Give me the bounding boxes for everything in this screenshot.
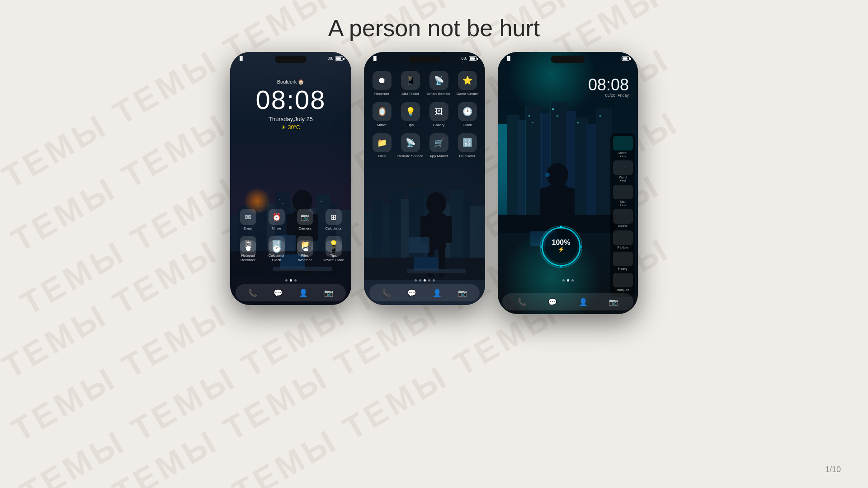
- dot-3: [294, 279, 297, 282]
- lock-clock: Boulderk 🏠 08:08 Thursday,July 25 ☀ 30°C: [230, 79, 351, 131]
- page-dots-1: [230, 279, 351, 282]
- signal-2: ▐▌: [372, 56, 378, 61]
- app-clock-p2[interactable]: 🕐 Clock: [453, 102, 481, 127]
- dock3-contacts-icon[interactable]: 👤: [579, 298, 588, 306]
- deviceclone-icon: 📱: [326, 240, 342, 257]
- phone3-panel: Model ★★★ Word ★★★ Star ★★★ Bubble: [610, 133, 635, 297]
- mirror-icon: ⏰: [269, 209, 285, 225]
- word-thumb: [613, 160, 633, 175]
- lock-date: Thursday,July 25: [230, 116, 351, 122]
- dot2-3: [424, 279, 426, 282]
- bubble-label: Bubble: [618, 225, 628, 228]
- heavy-thumb: [613, 252, 633, 266]
- lock-weather: ☀ 30°C: [230, 124, 351, 131]
- svg-rect-65: [528, 115, 530, 117]
- app-recorder-p2[interactable]: ⏺ Recorder: [368, 71, 396, 96]
- app-mirror-p2[interactable]: 🪞 Mirror: [368, 102, 396, 127]
- dot2-1: [415, 279, 417, 282]
- app-gamecenter[interactable]: ⭐ Game Center: [453, 71, 481, 96]
- svg-point-87: [580, 246, 582, 248]
- svg-point-42: [426, 192, 446, 215]
- bottom-app-row: ⏺ Recorder 🕐 Clock 🌤 Weather 📱 Device Cl…: [230, 240, 351, 262]
- star-thumb: [613, 185, 633, 199]
- phone-1-screen: ▐▌ 08. Boulderk 🏠 08:08 Thursday,July 25…: [230, 52, 351, 305]
- word-label: Word: [619, 176, 627, 179]
- remoteservice-icon: 📡: [401, 133, 420, 152]
- dock3-messages-icon[interactable]: 💬: [548, 298, 557, 306]
- dock2-phone-icon[interactable]: 📞: [382, 289, 391, 297]
- app-deviceclone[interactable]: 📱 Device Clone: [320, 240, 347, 262]
- recorder-icon-p2: ⏺: [373, 71, 392, 90]
- panel-marquee[interactable]: Marquee: [612, 273, 633, 291]
- dot3-1: [562, 279, 565, 282]
- gamecenter-icon: ⭐: [458, 71, 477, 90]
- app-calculator-p2[interactable]: 🔢 Calculator: [453, 133, 481, 158]
- app-recorder[interactable]: ⏺ Recorder: [235, 240, 261, 262]
- panel-star[interactable]: Star ★★★: [612, 185, 633, 206]
- panel-bubble[interactable]: Bubble: [612, 209, 633, 228]
- star-label: Star: [620, 200, 626, 203]
- svg-point-89: [540, 246, 542, 248]
- app-camera[interactable]: 📷 Camera: [292, 209, 318, 230]
- recorder-icon: ⏺: [240, 240, 256, 257]
- page-dots-2: [364, 279, 485, 282]
- app-smartremote[interactable]: 📡 Smart Remote: [425, 71, 453, 96]
- app-label-recorder: Recorder: [241, 258, 255, 262]
- recorder-label-p2: Recorder: [374, 92, 389, 96]
- app-files-p2[interactable]: 📁 Files: [368, 133, 396, 158]
- panel-word[interactable]: Word ★★★: [612, 160, 633, 182]
- app-calculator[interactable]: ⊞ Calculator: [320, 209, 347, 230]
- battery-1: 08.: [327, 56, 343, 61]
- svg-rect-74: [540, 188, 548, 217]
- email-icon: ✉: [240, 209, 256, 225]
- battery-3: [622, 56, 630, 61]
- dock2-contacts-icon[interactable]: 👤: [433, 289, 442, 297]
- app-grid-p2: ⏺ Recorder 📱 SIM Toolkit 📡 Smart Remote …: [364, 71, 485, 158]
- panel-model[interactable]: Model ★★★: [612, 136, 633, 158]
- app-gallery[interactable]: 🖼 Gallery: [425, 102, 453, 127]
- app-label-clock: Clock: [272, 258, 281, 262]
- app-simtoolkit[interactable]: 📱 SIM Toolkit: [396, 71, 425, 96]
- app-mirror[interactable]: ⏰ Mirror: [263, 209, 290, 230]
- simtoolkit-label: SIM Toolkit: [401, 92, 419, 96]
- svg-rect-51: [409, 237, 429, 253]
- svg-rect-61: [596, 108, 612, 233]
- appmarket-label: App Market: [429, 154, 448, 158]
- anime-char-2: [407, 185, 466, 280]
- dock-contacts-icon[interactable]: 👤: [299, 289, 308, 297]
- page-dots-3: [498, 279, 638, 282]
- svg-rect-45: [445, 216, 452, 243]
- particle-thumb: [613, 230, 633, 245]
- smartremote-label: Smart Remote: [427, 92, 451, 96]
- dock3-camera-icon[interactable]: 📷: [609, 298, 618, 306]
- dock-camera-icon[interactable]: 📷: [324, 289, 333, 297]
- signal-1: ▐▌: [238, 56, 244, 61]
- app-remoteservice[interactable]: 📡 Remote Service: [396, 133, 425, 158]
- charge-container: 100% ⚡: [538, 224, 584, 271]
- calculator-icon-p2: 🔢: [458, 133, 477, 152]
- phone-2-screen: ▐▌ 08. ⏺ Recorder 📱 SIM Toolkit 📡: [364, 52, 485, 305]
- smartremote-icon: 📡: [429, 71, 448, 90]
- tips-icon-p2: 💡: [401, 102, 420, 121]
- dot2-5: [433, 279, 435, 282]
- svg-point-86: [560, 226, 562, 228]
- app-label-calc: Calculator: [325, 226, 341, 230]
- dock-messages-icon[interactable]: 💬: [274, 289, 283, 297]
- svg-rect-66: [532, 122, 533, 123]
- app-email[interactable]: ✉ Email: [235, 209, 261, 230]
- app-tips-p2[interactable]: 💡 Tips: [396, 102, 425, 127]
- dock3-phone-icon[interactable]: 📞: [518, 298, 527, 306]
- svg-rect-73: [547, 185, 568, 224]
- panel-heavy[interactable]: Heavy: [612, 252, 633, 270]
- app-weather[interactable]: 🌤 Weather: [292, 240, 318, 262]
- dock-phone-icon[interactable]: 📞: [248, 289, 257, 297]
- model-label: Model: [618, 151, 627, 155]
- panel-particle[interactable]: Particle: [612, 230, 633, 249]
- app-label-camera: Camera: [298, 226, 311, 230]
- app-clock[interactable]: 🕐 Clock: [263, 240, 290, 262]
- dock2-camera-icon[interactable]: 📷: [458, 289, 467, 297]
- dot3-3: [571, 279, 574, 282]
- app-appmarket[interactable]: 🛒 App Market: [425, 133, 453, 158]
- page-number: 1/10: [825, 461, 841, 475]
- dock2-messages-icon[interactable]: 💬: [407, 289, 416, 297]
